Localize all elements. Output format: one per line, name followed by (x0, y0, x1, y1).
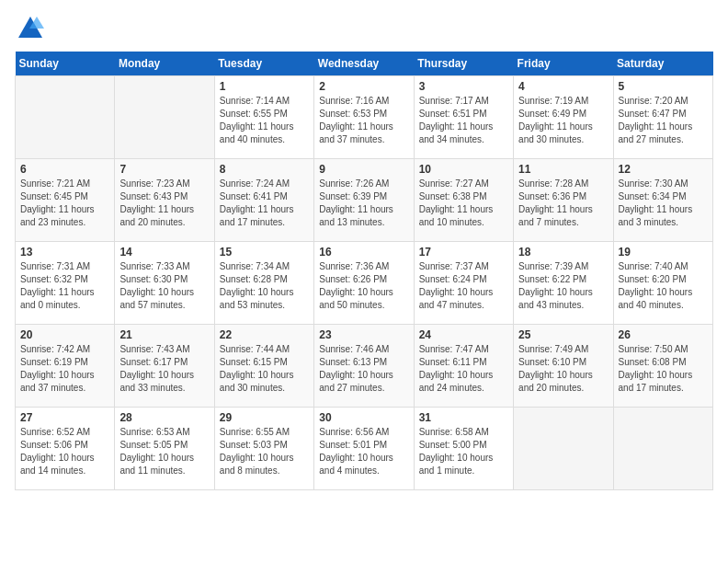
calendar-cell: 17Sunrise: 7:37 AM Sunset: 6:24 PM Dayli… (414, 242, 513, 325)
calendar-cell: 26Sunrise: 7:50 AM Sunset: 6:08 PM Dayli… (613, 325, 712, 408)
calendar-cell: 29Sunrise: 6:55 AM Sunset: 5:03 PM Dayli… (214, 408, 313, 490)
calendar-week-row: 27Sunrise: 6:52 AM Sunset: 5:06 PM Dayli… (16, 408, 713, 490)
day-detail: Sunrise: 6:53 AM Sunset: 5:05 PM Dayligh… (119, 426, 209, 477)
day-detail: Sunrise: 7:14 AM Sunset: 6:55 PM Dayligh… (220, 95, 309, 146)
day-detail: Sunrise: 7:49 AM Sunset: 6:10 PM Dayligh… (518, 343, 608, 395)
day-number: 13 (20, 246, 109, 259)
calendar-cell: 25Sunrise: 7:49 AM Sunset: 6:10 PM Dayli… (514, 325, 613, 408)
calendar-table: SundayMondayTuesdayWednesdayThursdayFrid… (15, 52, 713, 490)
day-number: 6 (20, 163, 109, 176)
day-number: 24 (419, 328, 508, 341)
day-detail: Sunrise: 7:26 AM Sunset: 6:39 PM Dayligh… (319, 178, 408, 229)
calendar-week-row: 20Sunrise: 7:42 AM Sunset: 6:19 PM Dayli… (16, 325, 713, 408)
day-detail: Sunrise: 7:33 AM Sunset: 6:30 PM Dayligh… (119, 260, 209, 312)
calendar-cell: 30Sunrise: 6:56 AM Sunset: 5:01 PM Dayli… (314, 408, 414, 490)
day-number: 23 (319, 328, 408, 341)
calendar-cell: 18Sunrise: 7:39 AM Sunset: 6:22 PM Dayli… (514, 242, 613, 325)
logo-icon (17, 15, 44, 42)
calendar-week-row: 6Sunrise: 7:21 AM Sunset: 6:45 PM Daylig… (16, 159, 713, 242)
day-detail: Sunrise: 7:19 AM Sunset: 6:49 PM Dayligh… (518, 95, 608, 146)
calendar-cell (115, 76, 214, 159)
day-of-week-header: Monday (115, 52, 214, 76)
day-detail: Sunrise: 7:21 AM Sunset: 6:45 PM Dayligh… (20, 178, 109, 229)
day-number: 4 (518, 80, 608, 93)
logo (15, 15, 44, 42)
day-number: 26 (619, 328, 708, 341)
day-number: 3 (419, 80, 508, 93)
calendar-cell: 14Sunrise: 7:33 AM Sunset: 6:30 PM Dayli… (115, 242, 214, 325)
calendar-cell: 7Sunrise: 7:23 AM Sunset: 6:43 PM Daylig… (115, 159, 214, 242)
calendar-cell: 2Sunrise: 7:16 AM Sunset: 6:53 PM Daylig… (314, 76, 414, 159)
day-detail: Sunrise: 7:20 AM Sunset: 6:47 PM Dayligh… (619, 95, 708, 146)
day-number: 21 (119, 328, 209, 341)
day-of-week-header: Wednesday (314, 52, 414, 76)
calendar-cell: 23Sunrise: 7:46 AM Sunset: 6:13 PM Dayli… (314, 325, 414, 408)
day-detail: Sunrise: 7:27 AM Sunset: 6:38 PM Dayligh… (419, 178, 508, 229)
day-number: 10 (419, 163, 508, 176)
day-number: 2 (319, 80, 408, 93)
calendar-cell: 5Sunrise: 7:20 AM Sunset: 6:47 PM Daylig… (613, 76, 712, 159)
calendar-cell: 19Sunrise: 7:40 AM Sunset: 6:20 PM Dayli… (613, 242, 712, 325)
calendar-cell: 10Sunrise: 7:27 AM Sunset: 6:38 PM Dayli… (414, 159, 513, 242)
day-detail: Sunrise: 6:58 AM Sunset: 5:00 PM Dayligh… (419, 426, 508, 477)
day-of-week-header: Friday (514, 52, 613, 76)
day-of-week-header: Saturday (613, 52, 712, 76)
day-number: 5 (619, 80, 708, 93)
calendar-cell (16, 76, 115, 159)
calendar-cell (613, 408, 712, 490)
day-number: 22 (220, 328, 309, 341)
day-detail: Sunrise: 6:52 AM Sunset: 5:06 PM Dayligh… (20, 426, 109, 477)
day-detail: Sunrise: 7:43 AM Sunset: 6:17 PM Dayligh… (119, 343, 209, 395)
calendar-header-row: SundayMondayTuesdayWednesdayThursdayFrid… (16, 52, 713, 76)
day-detail: Sunrise: 7:47 AM Sunset: 6:11 PM Dayligh… (419, 343, 508, 395)
calendar-cell: 31Sunrise: 6:58 AM Sunset: 5:00 PM Dayli… (414, 408, 513, 490)
day-number: 12 (619, 163, 708, 176)
day-detail: Sunrise: 7:50 AM Sunset: 6:08 PM Dayligh… (619, 343, 708, 395)
day-detail: Sunrise: 7:16 AM Sunset: 6:53 PM Dayligh… (319, 95, 408, 146)
day-detail: Sunrise: 6:55 AM Sunset: 5:03 PM Dayligh… (220, 426, 309, 477)
calendar-cell: 28Sunrise: 6:53 AM Sunset: 5:05 PM Dayli… (115, 408, 214, 490)
calendar-cell: 13Sunrise: 7:31 AM Sunset: 6:32 PM Dayli… (16, 242, 115, 325)
calendar-cell: 21Sunrise: 7:43 AM Sunset: 6:17 PM Dayli… (115, 325, 214, 408)
calendar-cell: 15Sunrise: 7:34 AM Sunset: 6:28 PM Dayli… (214, 242, 313, 325)
day-number: 17 (419, 246, 508, 259)
day-of-week-header: Thursday (414, 52, 513, 76)
day-number: 9 (319, 163, 408, 176)
calendar-cell (514, 408, 613, 490)
day-number: 8 (220, 163, 309, 176)
day-number: 1 (220, 80, 309, 93)
day-detail: Sunrise: 7:40 AM Sunset: 6:20 PM Dayligh… (619, 260, 708, 312)
day-number: 30 (319, 411, 408, 424)
day-detail: Sunrise: 7:23 AM Sunset: 6:43 PM Dayligh… (119, 178, 209, 229)
calendar-cell: 6Sunrise: 7:21 AM Sunset: 6:45 PM Daylig… (16, 159, 115, 242)
day-number: 18 (518, 246, 608, 259)
day-detail: Sunrise: 6:56 AM Sunset: 5:01 PM Dayligh… (319, 426, 408, 477)
day-detail: Sunrise: 7:31 AM Sunset: 6:32 PM Dayligh… (20, 260, 109, 312)
calendar-cell: 27Sunrise: 6:52 AM Sunset: 5:06 PM Dayli… (16, 408, 115, 490)
day-detail: Sunrise: 7:44 AM Sunset: 6:15 PM Dayligh… (220, 343, 309, 395)
day-of-week-header: Tuesday (214, 52, 313, 76)
calendar-week-row: 13Sunrise: 7:31 AM Sunset: 6:32 PM Dayli… (16, 242, 713, 325)
day-number: 16 (319, 246, 408, 259)
day-number: 29 (220, 411, 309, 424)
calendar-cell: 8Sunrise: 7:24 AM Sunset: 6:41 PM Daylig… (214, 159, 313, 242)
day-number: 7 (119, 163, 209, 176)
calendar-cell: 4Sunrise: 7:19 AM Sunset: 6:49 PM Daylig… (514, 76, 613, 159)
day-number: 25 (518, 328, 608, 341)
day-detail: Sunrise: 7:39 AM Sunset: 6:22 PM Dayligh… (518, 260, 608, 312)
day-detail: Sunrise: 7:34 AM Sunset: 6:28 PM Dayligh… (220, 260, 309, 312)
calendar-cell: 3Sunrise: 7:17 AM Sunset: 6:51 PM Daylig… (414, 76, 513, 159)
calendar-cell: 22Sunrise: 7:44 AM Sunset: 6:15 PM Dayli… (214, 325, 313, 408)
day-detail: Sunrise: 7:46 AM Sunset: 6:13 PM Dayligh… (319, 343, 408, 395)
day-detail: Sunrise: 7:28 AM Sunset: 6:36 PM Dayligh… (518, 178, 608, 229)
day-number: 14 (119, 246, 209, 259)
calendar-week-row: 1Sunrise: 7:14 AM Sunset: 6:55 PM Daylig… (16, 76, 713, 159)
day-detail: Sunrise: 7:42 AM Sunset: 6:19 PM Dayligh… (20, 343, 109, 395)
calendar-cell: 20Sunrise: 7:42 AM Sunset: 6:19 PM Dayli… (16, 325, 115, 408)
day-detail: Sunrise: 7:30 AM Sunset: 6:34 PM Dayligh… (619, 178, 708, 229)
calendar-cell: 9Sunrise: 7:26 AM Sunset: 6:39 PM Daylig… (314, 159, 414, 242)
day-number: 19 (619, 246, 708, 259)
day-number: 11 (518, 163, 608, 176)
day-number: 20 (20, 328, 109, 341)
day-of-week-header: Sunday (16, 52, 115, 76)
